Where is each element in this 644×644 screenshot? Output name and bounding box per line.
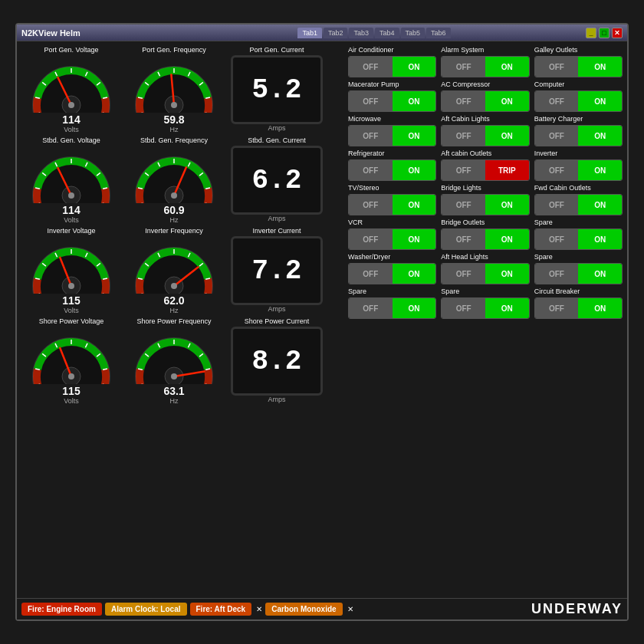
toggle-group: OFF ON [441, 263, 529, 284]
on-button[interactable]: ON [393, 229, 436, 249]
control-name: Computer [534, 80, 623, 88]
control-row-2: Microwave OFF ON Aft Cabin Lights OFF ON… [348, 115, 623, 146]
on-button[interactable]: ON [393, 264, 436, 284]
on-button[interactable]: ON [578, 264, 622, 284]
control-name: TV/Stereo [348, 184, 436, 192]
on-button[interactable]: ON [578, 126, 622, 146]
gauge-port-gen.-voltage: Port Gen. Voltage 114 Volts [21, 46, 121, 133]
digital-unit: Amps [268, 215, 285, 222]
on-button[interactable]: ON [578, 229, 622, 249]
on-button[interactable]: ON [393, 160, 436, 180]
off-button[interactable]: OFF [349, 57, 393, 77]
on-button[interactable]: ON [485, 229, 529, 249]
gauge-canvas [132, 327, 216, 384]
control-item-spare: Spare OFF ON [441, 288, 529, 319]
on-button[interactable]: ON [485, 126, 529, 146]
control-name: Fwd Cabin Outlets [534, 184, 623, 192]
off-button[interactable]: OFF [349, 264, 393, 284]
on-button[interactable]: TRIP [485, 160, 529, 180]
off-button[interactable]: OFF [349, 229, 393, 249]
gauge-canvas [132, 236, 216, 294]
on-button[interactable]: ON [393, 298, 436, 318]
gauge-canvas [29, 327, 113, 384]
on-button[interactable]: ON [393, 126, 436, 146]
gauge-port-gen.-frequency: Port Gen. Frequency 59.8 Hz [124, 46, 224, 133]
off-button[interactable]: OFF [442, 195, 485, 215]
digital-inverter-current: Inverter Current 7.2 Amps [227, 227, 327, 314]
tab-1[interactable]: Tab2 [324, 28, 348, 38]
app-title: N2KView Helm [21, 28, 163, 38]
off-button[interactable]: OFF [442, 91, 485, 111]
off-button[interactable]: OFF [349, 160, 393, 180]
on-button[interactable]: ON [485, 298, 529, 318]
close-button[interactable]: ✕ [612, 28, 623, 38]
off-button[interactable]: OFF [349, 126, 393, 146]
off-button[interactable]: OFF [442, 160, 485, 180]
alert-carbon[interactable]: Carbon Monoxide [265, 603, 342, 616]
toggle-group: OFF ON [534, 228, 623, 250]
digital-port-gen.-current: Port Gen. Current 5.2 Amps [227, 46, 327, 133]
alert-fire2[interactable]: Fire: Aft Deck [190, 603, 252, 616]
off-button[interactable]: OFF [349, 91, 393, 111]
on-button[interactable]: ON [578, 195, 622, 215]
gauge-value: 59.8 [163, 113, 184, 126]
svg-point-29 [171, 102, 177, 108]
tab-4[interactable]: Tab5 [401, 28, 426, 38]
off-button[interactable]: OFF [535, 57, 579, 77]
svg-point-44 [68, 192, 74, 199]
tab-2[interactable]: Tab3 [349, 28, 373, 38]
close-alert-button[interactable]: ✕ [347, 605, 353, 613]
control-row-0: Air Conditioner OFF ON Alarm System OFF … [348, 46, 623, 77]
off-button[interactable]: OFF [442, 126, 485, 146]
on-button[interactable]: ON [485, 264, 529, 284]
alert-alarm[interactable]: Alarm Clock: Local [105, 603, 187, 616]
control-name: Washer/Dryer [348, 253, 436, 261]
tab-3[interactable]: Tab4 [375, 28, 399, 38]
off-button[interactable]: OFF [442, 298, 485, 318]
off-button[interactable]: OFF [535, 298, 579, 318]
tab-0[interactable]: Tab1 [297, 28, 322, 38]
gauge-canvas [132, 146, 216, 203]
off-button[interactable]: OFF [535, 229, 579, 249]
on-button[interactable]: ON [393, 91, 436, 111]
toggle-group: OFF ON [348, 159, 436, 181]
toggle-group: OFF ON [534, 90, 623, 112]
on-button[interactable]: ON [578, 160, 622, 180]
gauge-row-2: Inverter Voltage 115 Volts Inverter Freq… [21, 227, 343, 314]
gauge-label: Inverter Frequency [145, 227, 203, 235]
on-button[interactable]: ON [485, 91, 529, 111]
control-item-galley-outlets: Galley Outlets OFF ON [534, 46, 623, 77]
alert-fire[interactable]: Fire: Engine Room [21, 603, 102, 616]
digital-label: Port Gen. Current [249, 46, 304, 54]
minimize-button[interactable]: _ [586, 28, 596, 38]
gauge-unit: Hz [170, 397, 179, 405]
off-button[interactable]: OFF [349, 298, 393, 318]
on-button[interactable]: ON [578, 298, 622, 318]
on-button[interactable]: ON [393, 195, 436, 215]
on-button[interactable]: ON [578, 91, 622, 111]
control-name: Aft Cabin Lights [441, 115, 529, 123]
off-button[interactable]: OFF [442, 229, 485, 249]
off-button[interactable]: OFF [349, 195, 393, 215]
off-button[interactable]: OFF [442, 264, 485, 284]
gauge-row-0: Port Gen. Voltage 114 Volts Port Gen. Fr… [21, 46, 343, 133]
off-button[interactable]: OFF [535, 195, 579, 215]
digital-unit: Amps [268, 124, 285, 132]
off-button[interactable]: OFF [535, 91, 579, 111]
control-item-bridge-outlets: Bridge Outlets OFF ON [441, 219, 529, 250]
off-button[interactable]: OFF [535, 160, 579, 180]
maximize-button[interactable]: □ [599, 28, 610, 38]
on-button[interactable]: ON [393, 57, 436, 77]
off-button[interactable]: OFF [442, 57, 485, 77]
toggle-group: OFF ON [348, 125, 436, 146]
on-button[interactable]: ON [485, 195, 529, 215]
gauge-unit: Volts [64, 216, 79, 224]
tab-5[interactable]: Tab6 [426, 28, 451, 38]
off-button[interactable]: OFF [535, 264, 579, 284]
gauge-unit: Hz [170, 307, 179, 314]
close-alert-button[interactable]: ✕ [256, 605, 262, 613]
on-button[interactable]: ON [578, 57, 622, 77]
on-button[interactable]: ON [485, 57, 529, 77]
control-item-vcr: VCR OFF ON [348, 219, 436, 250]
off-button[interactable]: OFF [535, 126, 579, 146]
